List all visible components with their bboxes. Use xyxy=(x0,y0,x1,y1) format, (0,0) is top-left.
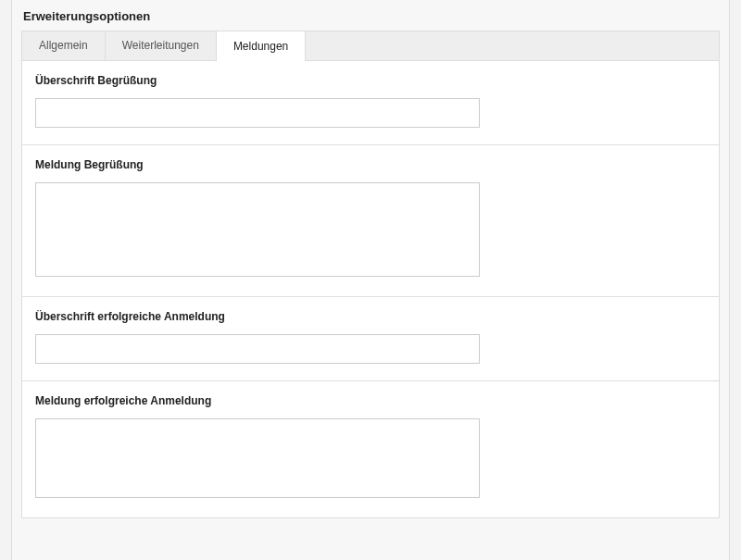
field-label: Meldung erfolgreiche Anmeldung xyxy=(35,394,706,407)
field-label: Meldung Begrüßung xyxy=(35,158,706,171)
tab-bar: Allgemein Weiterleitungen Meldungen xyxy=(21,31,720,60)
success-heading-input[interactable] xyxy=(35,334,480,364)
field-group-greeting-heading: Überschrift Begrüßung xyxy=(22,61,719,145)
greeting-message-textarea[interactable] xyxy=(35,182,480,277)
tab-meldungen[interactable]: Meldungen xyxy=(217,31,306,60)
content-frame: Erweiterungsoptionen Allgemein Weiterlei… xyxy=(11,0,730,560)
field-group-success-message: Meldung erfolgreiche Anmeldung xyxy=(22,381,719,517)
success-message-textarea[interactable] xyxy=(35,418,480,498)
field-label: Überschrift Begrüßung xyxy=(35,74,706,87)
tab-content-meldungen: Überschrift Begrüßung Meldung Begrüßung … xyxy=(21,60,720,518)
field-group-success-heading: Überschrift erfolgreiche Anmeldung xyxy=(22,297,719,381)
field-group-greeting-message: Meldung Begrüßung xyxy=(22,145,719,297)
field-label: Überschrift erfolgreiche Anmeldung xyxy=(35,310,706,323)
tab-weiterleitungen[interactable]: Weiterleitungen xyxy=(106,31,217,60)
section-title: Erweiterungsoptionen xyxy=(21,0,720,31)
tab-allgemein[interactable]: Allgemein xyxy=(22,31,106,60)
greeting-heading-input[interactable] xyxy=(35,98,480,128)
